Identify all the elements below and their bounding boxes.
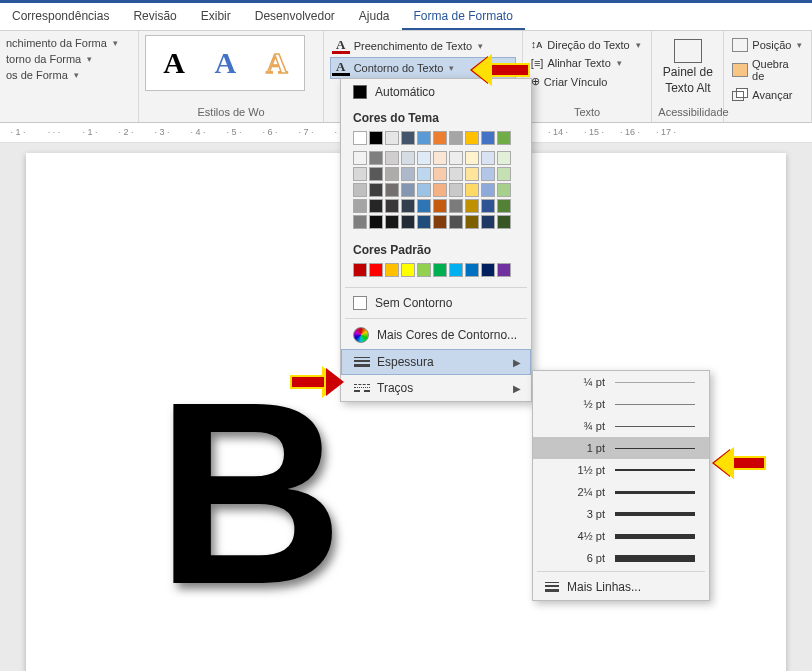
position-button[interactable]: Posição▾ [730,35,805,55]
wordart-gallery[interactable]: A A A [145,35,305,91]
color-swatch[interactable] [433,131,447,145]
weight-3pt[interactable]: 3 pt [533,503,709,525]
color-swatch[interactable] [417,167,431,181]
weight-025pt[interactable]: ¼ pt [533,371,709,393]
color-swatch[interactable] [449,215,463,229]
color-swatch[interactable] [369,167,383,181]
color-swatch[interactable] [401,199,415,213]
shape-effects-button[interactable]: os de Forma▾ [6,67,132,83]
color-swatch[interactable] [417,263,431,277]
more-lines-item[interactable]: Mais Linhas... [533,574,709,600]
weight-15pt[interactable]: 1½ pt [533,459,709,481]
weight-075pt[interactable]: ¾ pt [533,415,709,437]
shape-outline-button[interactable]: torno da Forma▾ [6,51,132,67]
color-swatch[interactable] [481,151,495,165]
alt-text-pane-button[interactable]: Painel de Texto Alt [658,35,717,95]
weight-05pt[interactable]: ½ pt [533,393,709,415]
color-swatch[interactable] [465,215,479,229]
color-swatch[interactable] [497,131,511,145]
color-swatch[interactable] [401,131,415,145]
color-swatch[interactable] [369,183,383,197]
color-swatch[interactable] [449,131,463,145]
color-swatch[interactable] [385,167,399,181]
align-text-button[interactable]: [≡]Alinhar Texto▾ [529,54,645,72]
color-swatch[interactable] [353,263,367,277]
tab-mailings[interactable]: Correspondências [0,3,121,30]
tab-view[interactable]: Exibir [189,3,243,30]
color-swatch[interactable] [433,215,447,229]
color-swatch[interactable] [433,167,447,181]
weight-45pt[interactable]: 4½ pt [533,525,709,547]
color-swatch[interactable] [385,199,399,213]
weight-6pt[interactable]: 6 pt [533,547,709,569]
no-outline-item[interactable]: Sem Contorno [341,290,531,316]
color-swatch[interactable] [481,183,495,197]
color-swatch[interactable] [369,215,383,229]
color-swatch[interactable] [465,131,479,145]
color-swatch[interactable] [481,263,495,277]
color-swatch[interactable] [385,131,399,145]
weight-225pt[interactable]: 2¼ pt [533,481,709,503]
color-swatch[interactable] [385,183,399,197]
color-swatch[interactable] [497,151,511,165]
weight-submenu-item[interactable]: Espessura ▶ [341,349,531,375]
tab-developer[interactable]: Desenvolvedor [243,3,347,30]
color-swatch[interactable] [353,215,367,229]
color-swatch[interactable] [433,151,447,165]
color-swatch[interactable] [497,199,511,213]
color-swatch[interactable] [449,167,463,181]
color-swatch[interactable] [449,263,463,277]
color-swatch[interactable] [353,151,367,165]
color-swatch[interactable] [449,151,463,165]
color-swatch[interactable] [369,151,383,165]
dashes-submenu-item[interactable]: Traços ▶ [341,375,531,401]
color-swatch[interactable] [465,263,479,277]
color-swatch[interactable] [417,183,431,197]
wordart-style-3[interactable]: A [254,40,300,86]
color-swatch[interactable] [465,199,479,213]
tab-review[interactable]: Revisão [121,3,188,30]
color-swatch[interactable] [353,199,367,213]
color-swatch[interactable] [385,151,399,165]
color-swatch[interactable] [353,183,367,197]
color-swatch[interactable] [369,199,383,213]
color-swatch[interactable] [401,167,415,181]
color-swatch[interactable] [353,131,367,145]
color-swatch[interactable] [497,183,511,197]
color-swatch[interactable] [449,183,463,197]
color-swatch[interactable] [417,199,431,213]
bring-forward-button[interactable]: Avançar [730,85,805,105]
color-swatch[interactable] [401,151,415,165]
weight-1pt[interactable]: 1 pt [533,437,709,459]
color-swatch[interactable] [449,199,463,213]
color-swatch[interactable] [369,263,383,277]
color-swatch[interactable] [417,151,431,165]
color-swatch[interactable] [401,263,415,277]
color-swatch[interactable] [433,183,447,197]
color-swatch[interactable] [481,215,495,229]
create-link-button[interactable]: ⊕Criar Vínculo [529,72,645,91]
color-swatch[interactable] [417,215,431,229]
more-outline-colors-item[interactable]: Mais Cores de Contorno... [341,321,531,349]
color-swatch[interactable] [433,199,447,213]
wordart-style-2[interactable]: A [202,40,248,86]
color-swatch[interactable] [433,263,447,277]
color-swatch[interactable] [465,151,479,165]
color-swatch[interactable] [401,215,415,229]
wrap-text-button[interactable]: Quebra de [730,55,805,85]
color-swatch[interactable] [417,131,431,145]
color-swatch[interactable] [353,167,367,181]
color-swatch[interactable] [481,131,495,145]
color-swatch[interactable] [385,263,399,277]
color-swatch[interactable] [497,263,511,277]
color-swatch[interactable] [369,131,383,145]
color-swatch[interactable] [465,183,479,197]
tab-shape-format[interactable]: Forma de Formato [402,3,525,30]
color-swatch[interactable] [385,215,399,229]
shape-fill-button[interactable]: nchimento da Forma▾ [6,35,132,51]
color-swatch[interactable] [497,215,511,229]
color-swatch[interactable] [497,167,511,181]
color-swatch[interactable] [465,167,479,181]
color-swatch[interactable] [481,199,495,213]
tab-help[interactable]: Ajuda [347,3,402,30]
